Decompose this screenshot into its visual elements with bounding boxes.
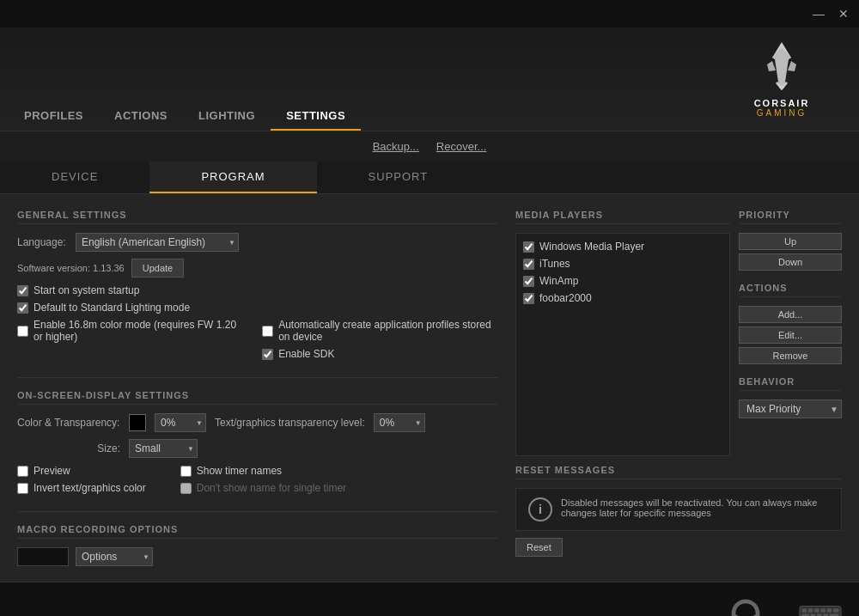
macro-recording-title: MACRO RECORDING OPTIONS bbox=[17, 524, 498, 539]
software-version-row: Software version: 1.13.36 Update bbox=[17, 259, 498, 278]
language-label: Language: bbox=[17, 236, 69, 248]
text-transparency-select[interactable]: 0% bbox=[374, 413, 425, 432]
osd-checkboxes-right: Show timer names Don't show name for sin… bbox=[180, 465, 346, 499]
wmp-checkbox[interactable] bbox=[523, 241, 534, 253]
enable-16m-label: Enable 16.8m color mode (requires FW 1.2… bbox=[34, 319, 245, 343]
osd-checkboxes-row: Preview Invert text/graphics color Show … bbox=[17, 465, 498, 499]
enable-sdk-checkbox[interactable] bbox=[262, 349, 273, 360]
text-transparency-select-wrapper: 0% bbox=[374, 413, 425, 432]
tabs-row: DEVICE PROGRAM SUPPORT bbox=[0, 162, 859, 194]
invert-color-checkbox[interactable] bbox=[17, 483, 28, 494]
checkbox-default-lighting: Default to Standard Lighting mode bbox=[17, 302, 498, 314]
tab-program[interactable]: PROGRAM bbox=[149, 162, 316, 193]
add-button[interactable]: Add... bbox=[739, 306, 842, 323]
recover-button[interactable]: Recover... bbox=[436, 140, 487, 153]
start-on-boot-label: Start on system startup bbox=[34, 284, 139, 296]
priority-buttons: Up Down bbox=[739, 233, 842, 271]
separator-1 bbox=[17, 377, 498, 378]
media-players-title: MEDIA PLAYERS bbox=[515, 210, 730, 224]
right-top: MEDIA PLAYERS Windows Media Player iTune… bbox=[515, 210, 842, 465]
toolbar: Backup... Recover... bbox=[0, 131, 859, 162]
logo-area: CORSAIR GAMING bbox=[704, 27, 859, 131]
size-select[interactable]: Small Medium Large bbox=[129, 439, 198, 458]
behavior-select-wrapper: Max Priority Normal Low ▼ bbox=[739, 399, 842, 418]
remove-button[interactable]: Remove bbox=[739, 347, 842, 364]
title-bar: — ✕ bbox=[0, 0, 859, 27]
macro-row: Options bbox=[17, 547, 498, 566]
general-settings-title: GENERAL SETTINGS bbox=[17, 210, 498, 224]
start-on-boot-checkbox[interactable] bbox=[17, 285, 28, 296]
media-item-wmp: Windows Media Player bbox=[523, 241, 722, 253]
auto-create-checkbox[interactable] bbox=[262, 326, 273, 337]
settings-panel: GENERAL SETTINGS Language: English (Amer… bbox=[0, 194, 859, 582]
right-checkboxes: Automatically create application profile… bbox=[262, 319, 498, 365]
winamp-label: WinAmp bbox=[539, 275, 578, 287]
corsair-logo-icon bbox=[758, 40, 806, 96]
bottom-bar: ▲ VOID WIRELESS bbox=[0, 582, 859, 616]
brand-name: CORSAIR bbox=[754, 98, 810, 108]
auto-create-label: Automatically create application profile… bbox=[278, 319, 498, 343]
color-swatch[interactable] bbox=[129, 414, 146, 431]
invert-color-label: Invert text/graphics color bbox=[34, 482, 146, 494]
show-timer-names-checkbox[interactable] bbox=[180, 466, 192, 477]
media-item-winamp: WinAmp bbox=[523, 275, 722, 287]
reset-button[interactable]: Reset bbox=[515, 538, 563, 557]
media-players-list: Windows Media Player iTunes WinAmp bbox=[515, 233, 730, 456]
edit-button[interactable]: Edit... bbox=[739, 326, 842, 344]
dont-show-single-checkbox[interactable] bbox=[180, 483, 192, 494]
checkbox-invert-color: Invert text/graphics color bbox=[17, 482, 146, 494]
reset-messages-text: Disabled messages will be reactivated. Y… bbox=[561, 497, 829, 518]
actions-title: ACTIONS bbox=[739, 283, 842, 297]
enable-sdk-label: Enable SDK bbox=[278, 348, 334, 360]
checkbox-auto-create: Automatically create application profile… bbox=[262, 319, 498, 343]
osd-settings-title: ON-SCREEN-DISPLAY SETTINGS bbox=[17, 390, 498, 405]
up-button[interactable]: Up bbox=[739, 233, 842, 250]
behavior-select[interactable]: Max Priority Normal Low bbox=[739, 399, 842, 418]
foobar-checkbox[interactable] bbox=[523, 293, 534, 304]
settings-right: MEDIA PLAYERS Windows Media Player iTune… bbox=[515, 210, 842, 566]
osd-size-row: Size: Small Medium Large bbox=[17, 439, 498, 458]
options-select[interactable]: Options bbox=[76, 547, 153, 566]
osd-checkboxes-left: Preview Invert text/graphics color bbox=[17, 465, 146, 499]
size-label: Size: bbox=[17, 442, 120, 454]
preview-label: Preview bbox=[34, 465, 70, 477]
preview-checkbox[interactable] bbox=[17, 466, 28, 477]
main-nav: PROFILES ACTIONS LIGHTING SETTINGS bbox=[0, 27, 704, 131]
down-button[interactable]: Down bbox=[739, 253, 842, 271]
action-buttons: Add... Edit... Remove bbox=[739, 306, 842, 364]
winamp-checkbox[interactable] bbox=[523, 276, 534, 287]
language-row: Language: English (American English) bbox=[17, 233, 498, 252]
hwbox-watermark: hwbox bbox=[601, 582, 859, 616]
default-lighting-checkbox[interactable] bbox=[17, 302, 28, 314]
default-lighting-label: Default to Standard Lighting mode bbox=[34, 302, 190, 314]
tab-device[interactable]: DEVICE bbox=[0, 162, 149, 193]
size-select-wrapper: Small Medium Large bbox=[129, 439, 198, 458]
itunes-checkbox[interactable] bbox=[523, 259, 534, 270]
backup-button[interactable]: Backup... bbox=[373, 140, 419, 153]
media-item-foobar: foobar2000 bbox=[523, 292, 722, 304]
nav-item-profiles[interactable]: PROFILES bbox=[9, 102, 99, 131]
transparency-select[interactable]: 0% bbox=[155, 413, 206, 432]
foobar-label: foobar2000 bbox=[539, 292, 592, 304]
checkbox-16m: Enable 16.8m color mode (requires FW 1.2… bbox=[17, 319, 245, 343]
media-players-section: MEDIA PLAYERS Windows Media Player iTune… bbox=[515, 210, 730, 465]
update-button[interactable]: Update bbox=[131, 259, 184, 278]
text-transparency-label: Text/graphics transparency level: bbox=[215, 417, 365, 429]
tab-support[interactable]: SUPPORT bbox=[317, 162, 480, 193]
osd-color-row: Color & Transparency: 0% Text/graphics t… bbox=[17, 413, 498, 432]
checkbox-preview: Preview bbox=[17, 465, 146, 477]
close-button[interactable]: ✕ bbox=[835, 6, 852, 21]
dont-show-single-label: Don't show name for single timer bbox=[197, 482, 346, 494]
nav-item-actions[interactable]: ACTIONS bbox=[99, 102, 183, 131]
behavior-title: BEHAVIOR bbox=[739, 376, 842, 391]
language-select[interactable]: English (American English) bbox=[76, 233, 239, 252]
nav-item-lighting[interactable]: LIGHTING bbox=[183, 102, 271, 131]
brand-sub: GAMING bbox=[757, 108, 807, 118]
nav-item-settings[interactable]: SETTINGS bbox=[271, 102, 361, 131]
wmp-label: Windows Media Player bbox=[539, 241, 644, 253]
reset-button-row: Reset bbox=[515, 538, 842, 557]
enable-16m-checkbox[interactable] bbox=[17, 326, 28, 337]
checkbox-group-row: Enable 16.8m color mode (requires FW 1.2… bbox=[17, 319, 498, 365]
separator-2 bbox=[17, 511, 498, 512]
minimize-button[interactable]: — bbox=[809, 6, 828, 21]
